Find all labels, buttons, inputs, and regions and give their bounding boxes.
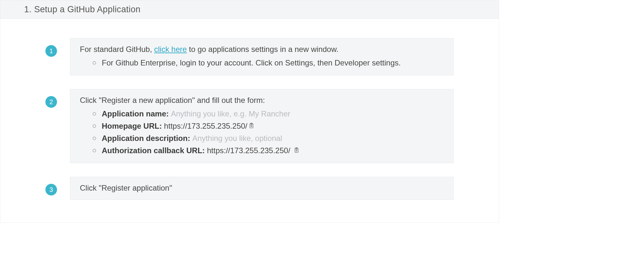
callback-url-label: Authorization callback URL: (102, 146, 207, 155)
app-name-hint: Anything you like, e.g. My Rancher (171, 109, 290, 118)
step-1-text-post: to go applications settings in a new win… (187, 45, 338, 54)
step-badge-1-number: 1 (49, 46, 53, 56)
step-badge-3-number: 3 (49, 185, 53, 194)
step-1: 1 For standard GitHub, click here to go … (45, 38, 454, 75)
step-badge-3: 3 (45, 184, 57, 195)
section-header: 1. Setup a GitHub Application (0, 0, 499, 19)
step-3-text: Click "Register application" (80, 184, 172, 192)
step-1-bullet-enterprise-text: For Github Enterprise, login to your acc… (102, 58, 401, 67)
app-description-hint: Anything you like, optional (192, 134, 282, 143)
clipboard-icon[interactable] (293, 147, 299, 154)
homepage-url-value: https://173.255.235.250/ (164, 122, 247, 130)
homepage-url-label: Homepage URL: (102, 122, 164, 130)
app-name-label: Application name: (102, 109, 171, 118)
step-badge-2-number: 2 (49, 97, 53, 107)
section-content: 1 For standard GitHub, click here to go … (0, 19, 499, 223)
step-3: 3 Click "Register application" (45, 177, 454, 200)
step-1-body: For standard GitHub, click here to go ap… (70, 38, 454, 75)
step-badge-2: 2 (45, 96, 57, 108)
step-2-callback-url: Authorization callback URL: https://173.… (93, 145, 444, 156)
step-2-app-description: Application description: Anything you li… (93, 133, 444, 144)
step-badge-1: 1 (45, 45, 57, 57)
step-3-body: Click "Register application" (70, 177, 454, 200)
step-2-homepage-url: Homepage URL: https://173.255.235.250/ (93, 120, 444, 132)
app-description-label: Application description: (102, 134, 192, 143)
callback-url-value: https://173.255.235.250/ (207, 146, 293, 155)
step-1-bullet-enterprise: For Github Enterprise, login to your acc… (93, 57, 444, 69)
section-title: 1. Setup a GitHub Application (24, 3, 140, 16)
step-2-body: Click "Register a new application" and f… (70, 89, 454, 163)
step-2-app-name: Application name: Anything you like, e.g… (93, 108, 444, 120)
step-2: 2 Click "Register a new application" and… (45, 89, 454, 163)
step-2-intro: Click "Register a new application" and f… (80, 96, 265, 104)
step-1-text-pre: For standard GitHub, (80, 45, 154, 54)
clipboard-icon[interactable] (248, 122, 254, 129)
click-here-link[interactable]: click here (154, 45, 187, 54)
